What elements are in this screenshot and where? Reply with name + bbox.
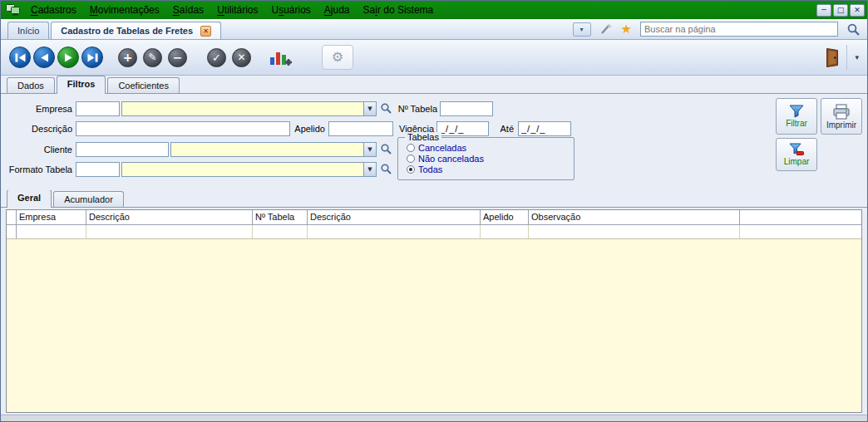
- first-record-button[interactable]: [9, 47, 31, 68]
- results-grid[interactable]: EmpresaDescriçãoNº TabelaDescriçãoApelid…: [6, 209, 862, 413]
- radio-icon[interactable]: [407, 165, 415, 174]
- bar-chart-icon: [269, 48, 292, 66]
- next-record-button[interactable]: [57, 47, 79, 68]
- gear-icon: ⚙: [332, 51, 343, 64]
- confirm-button[interactable]: ✓: [207, 48, 226, 67]
- grid-cell: [308, 225, 481, 238]
- tab-coeficientes[interactable]: Coeficientes: [107, 77, 180, 93]
- chart-button[interactable]: [269, 48, 292, 66]
- imprimir-button[interactable]: Imprimir: [821, 98, 862, 135]
- cliente-search-icon[interactable]: [380, 143, 392, 158]
- ntabela-input[interactable]: [440, 101, 493, 116]
- toolbar: + ✎ − ✓ ✕ ⚙: [1, 40, 867, 76]
- tab-label: Início: [17, 26, 39, 36]
- menu-item-ajuda[interactable]: Ajuda: [318, 1, 357, 19]
- maximize-button[interactable]: □: [833, 4, 848, 17]
- minimize-button[interactable]: ─: [816, 4, 831, 17]
- menu-item-utilitarios[interactable]: Utilitários: [210, 1, 264, 19]
- menu-item-saidas[interactable]: Saídas: [166, 1, 210, 19]
- grid-cell: [86, 225, 253, 238]
- chevron-down-icon[interactable]: ▼: [363, 143, 376, 156]
- tab-acumulador[interactable]: Acumulador: [53, 191, 124, 207]
- ate-input[interactable]: [518, 121, 571, 136]
- radio-label: Canceladas: [418, 143, 466, 153]
- tab-close-icon[interactable]: ✕: [200, 26, 211, 37]
- grid-column-header[interactable]: Nº Tabela: [253, 210, 308, 224]
- cliente-combo[interactable]: ▼: [170, 142, 377, 157]
- empresa-code-input[interactable]: [76, 101, 120, 116]
- grid-column-header[interactable]: Descrição: [308, 210, 481, 224]
- grid-column-header[interactable]: Apelido: [481, 210, 529, 224]
- formato-tabela-combo[interactable]: ▼: [121, 162, 377, 177]
- cancel-button[interactable]: ✕: [232, 48, 251, 67]
- confirm-cancel-group: ✓ ✕: [207, 48, 251, 67]
- cliente-label: Cliente: [1, 142, 72, 157]
- tab-cadastro-de-tabelas-de-fretes[interactable]: Cadastro de Tabelas de Fretes ✕: [51, 22, 221, 39]
- tabelas-groupbox-label: Tabelas: [405, 132, 441, 142]
- edit-button[interactable]: ✎: [143, 48, 162, 67]
- empresa-search-icon[interactable]: [380, 102, 392, 117]
- limpar-button[interactable]: Limpar: [776, 138, 817, 171]
- previous-record-button[interactable]: [33, 47, 55, 68]
- radio-option-todas[interactable]: Todas: [407, 164, 574, 174]
- window-controls: ─ □ ✕: [816, 4, 867, 17]
- menu-item-movimentacoes[interactable]: Movimentações: [83, 1, 166, 19]
- radio-label: Não canceladas: [418, 154, 484, 164]
- row-selector-header: [7, 210, 17, 224]
- tabelas-options: CanceladasNão canceladasTodas: [398, 138, 574, 174]
- tab-list-dropdown-button[interactable]: ▾: [573, 22, 591, 37]
- filtrar-label: Filtrar: [786, 119, 807, 128]
- vigencia-input[interactable]: [436, 121, 489, 136]
- grid-header-row: EmpresaDescriçãoNº TabelaDescriçãoApelid…: [7, 210, 861, 225]
- add-button[interactable]: +: [118, 48, 137, 67]
- row-selector-cell: [7, 225, 17, 238]
- app-icon: [4, 2, 22, 17]
- delete-button[interactable]: −: [168, 48, 187, 67]
- filtrar-button[interactable]: Filtrar: [776, 98, 817, 135]
- empresa-combo[interactable]: ▼: [121, 101, 377, 116]
- limpar-label: Limpar: [784, 157, 810, 166]
- radio-icon[interactable]: [407, 155, 415, 163]
- document-tabstrip: Início Cadastro de Tabelas de Fretes ✕ ▾…: [1, 19, 867, 40]
- filter-funnel-icon: [789, 105, 804, 118]
- chevron-down-icon[interactable]: ▼: [363, 163, 376, 176]
- wand-icon[interactable]: [599, 22, 613, 36]
- search-icon[interactable]: [846, 22, 861, 37]
- tab-filtros[interactable]: Filtros: [57, 76, 106, 94]
- ate-label: Até: [496, 121, 514, 136]
- radio-label: Todas: [418, 164, 442, 174]
- menu-item-sair-do-sistema[interactable]: Sair do Sistema: [357, 1, 441, 19]
- descricao-label: Descrição: [1, 121, 72, 136]
- page-search-input[interactable]: [640, 22, 838, 37]
- ntabela-label: Nº Tabela: [392, 101, 437, 116]
- page-tabs: DadosFiltrosCoeficientes: [1, 76, 867, 94]
- settings-button[interactable]: ⚙: [322, 45, 353, 70]
- grid-tabs: GeralAcumulador: [1, 190, 867, 208]
- favorites-star-icon[interactable]: ★: [621, 23, 632, 36]
- cliente-code-input[interactable]: [76, 142, 169, 157]
- grid-column-header[interactable]: Empresa: [17, 210, 86, 224]
- grid-data-row[interactable]: [7, 225, 861, 239]
- grid-column-header[interactable]: Descrição: [86, 210, 253, 224]
- grid-column-header[interactable]: Observação: [529, 210, 740, 224]
- radio-option-canceladas[interactable]: Canceladas: [407, 143, 574, 153]
- last-record-button[interactable]: [81, 47, 103, 68]
- tab-dados[interactable]: Dados: [7, 77, 55, 93]
- menu-item-cadastros[interactable]: Cadastros: [24, 1, 83, 19]
- radio-icon[interactable]: [407, 144, 415, 152]
- tabstrip-tools: ▾ ★: [573, 22, 861, 39]
- formato-tabela-code-input[interactable]: [76, 162, 120, 177]
- tab-inicio[interactable]: Início: [7, 22, 49, 39]
- formato-tabela-search-icon[interactable]: [380, 163, 392, 178]
- radio-option-nao-canceladas[interactable]: Não canceladas: [407, 154, 574, 164]
- menu-item-usuarios[interactable]: Usuários: [264, 1, 317, 19]
- clear-filter-icon: [789, 143, 804, 156]
- close-button[interactable]: ✕: [850, 4, 865, 17]
- grid-cell: [17, 225, 86, 238]
- toolbar-overflow-button[interactable]: ▾: [855, 53, 859, 61]
- chevron-down-icon[interactable]: ▼: [363, 102, 376, 115]
- grid-cell: [253, 225, 308, 238]
- exit-button[interactable]: [826, 47, 839, 68]
- menubar: CadastrosMovimentaçõesSaídasUtilitáriosU…: [1, 1, 867, 19]
- tab-geral[interactable]: Geral: [7, 189, 52, 208]
